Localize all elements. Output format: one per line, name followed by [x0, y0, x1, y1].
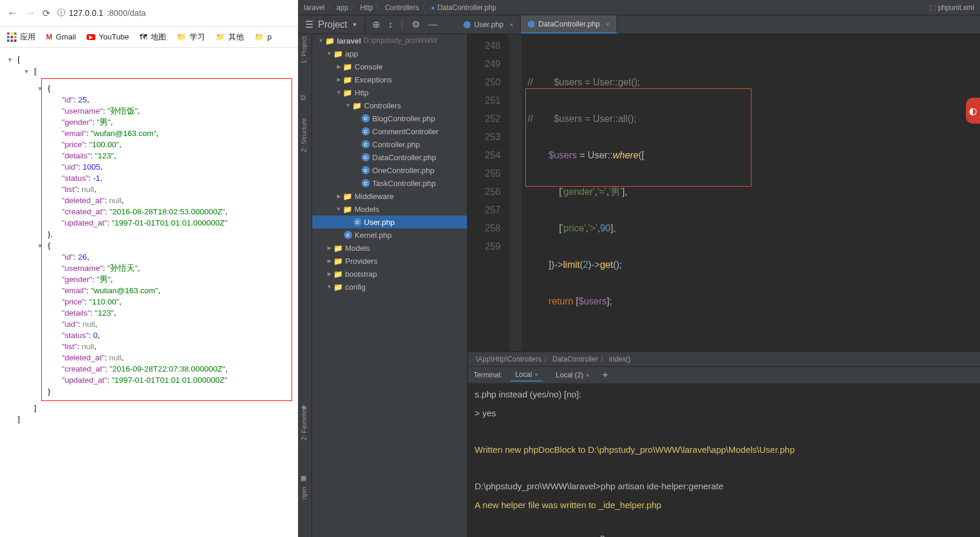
crumb-right[interactable]: ⬚phpunit.xml: [929, 4, 974, 12]
gmail-bookmark[interactable]: MGmail: [46, 32, 76, 41]
close-icon[interactable]: ×: [586, 372, 590, 379]
chevron-down-icon: ▼: [352, 22, 357, 28]
project-tree[interactable]: ▼📁laravelD:\phpstudy_pro\WWW ▼📁app ▶📁Con…: [312, 34, 468, 537]
close-icon[interactable]: ×: [606, 21, 610, 28]
terminal-tab-local[interactable]: Local×: [511, 369, 543, 382]
close-icon[interactable]: ×: [509, 21, 513, 28]
folder-icon: 📁: [254, 32, 264, 41]
terminal-title: Terminal:: [474, 371, 502, 379]
ide-panel: laravel〉app〉Http〉Controllers〉● DataContr…: [298, 0, 980, 537]
youtube-icon: ▶: [87, 34, 95, 40]
code-editor[interactable]: 248249250251252253254255256257258259 // …: [468, 34, 980, 352]
class-icon: [528, 21, 535, 28]
editor-area: 248249250251252253254255256257258259 // …: [468, 34, 980, 537]
more-bookmark[interactable]: 📁p: [254, 32, 272, 41]
browser-toolbar: ← → ⟳ ⓘ 127.0.0.1:8000/data: [0, 0, 298, 26]
ide-toolbar: ☰ Project ▼ ⊕ ↕ | ⚙ — User.php× DataCont…: [298, 15, 980, 34]
project-icon: ☰: [305, 19, 313, 30]
collapse-icon[interactable]: —: [428, 19, 438, 30]
folder-icon: 📁: [177, 32, 186, 41]
project-dropdown[interactable]: ☰ Project ▼: [298, 15, 365, 34]
address-bar[interactable]: ⓘ 127.0.0.1:8000/data: [57, 8, 146, 18]
terminal-body[interactable]: s.php instead (yes/no) [no]: > yes Writt…: [468, 383, 980, 537]
other-bookmark[interactable]: 📁其他: [216, 32, 244, 42]
maps-icon: 🗺: [140, 32, 147, 41]
sort-icon[interactable]: ↕: [388, 19, 393, 30]
class-icon: [463, 21, 471, 28]
browser-panel: ← → ⟳ ⓘ 127.0.0.1:8000/data 应用 MGmail ▶Y…: [0, 0, 298, 537]
gutter-structure[interactable]: Z: Structure: [300, 118, 307, 152]
reload-button[interactable]: ⟳: [42, 8, 50, 19]
youtube-bookmark[interactable]: ▶YouTube: [87, 32, 129, 41]
json-viewer: ▼[ ▼[ ▼{"id": 25,"username": "孙悟饭","gend…: [0, 48, 298, 537]
url-rest: :8000/data: [107, 8, 145, 18]
forward-button[interactable]: →: [25, 7, 35, 19]
gutter-project[interactable]: 1: Project: [300, 37, 307, 64]
editor-breadcrumb[interactable]: \App\Http\Controllers 〉 DataController 〉…: [468, 352, 980, 366]
gear-icon[interactable]: ⚙: [412, 19, 420, 30]
icon[interactable]: ⧉: [300, 93, 306, 102]
url-host: 127.0.0.1: [69, 8, 103, 18]
apps-button[interactable]: 应用: [7, 32, 35, 42]
code-highlight-box: [525, 88, 751, 187]
json-highlight-box: ▼{"id": 25,"username": "孙悟饭","gender": "…: [41, 78, 292, 401]
gutter-favorites[interactable]: 2: Favorites: [300, 407, 307, 440]
gmail-icon: M: [46, 32, 52, 41]
terminal-tabs: Terminal: Local× Local (2)× +: [468, 367, 980, 383]
back-button[interactable]: ←: [7, 7, 18, 19]
apps-icon: [7, 32, 16, 42]
chrome-icon: ◐: [966, 98, 980, 124]
close-icon[interactable]: ×: [534, 371, 538, 378]
tab-user[interactable]: User.php×: [456, 15, 521, 34]
line-gutter: 248249250251252253254255256257258259: [468, 34, 509, 352]
tab-datacontroller[interactable]: DataController.php×: [521, 15, 617, 34]
terminal-panel: Terminal: Local× Local (2)× + s.php inst…: [468, 366, 980, 537]
maps-bookmark[interactable]: 🗺地图: [140, 32, 166, 42]
ide-breadcrumbs: laravel〉app〉Http〉Controllers〉● DataContr…: [298, 0, 980, 15]
add-terminal-button[interactable]: +: [602, 370, 608, 380]
npm-icon[interactable]: ◼: [300, 473, 307, 482]
php-file-icon: ⬚: [929, 4, 936, 12]
marks-gutter: [509, 34, 522, 352]
study-bookmark[interactable]: 📁学习: [177, 32, 205, 42]
terminal-tab-local2[interactable]: Local (2)×: [551, 369, 594, 381]
editor-tabs: User.php× DataController.php×: [456, 15, 617, 34]
bookmarks-bar: 应用 MGmail ▶YouTube 🗺地图 📁学习 📁其他 📁p: [0, 26, 298, 48]
tree-item-selected[interactable]: CUser.php: [312, 216, 467, 228]
code-content[interactable]: // $users = User::get(); // $users = Use…: [522, 34, 980, 352]
gutter-npm[interactable]: npm: [300, 487, 307, 499]
left-gutter: 1: Project ⧉ Z: Structure ★ 2: Favorites…: [298, 34, 312, 537]
target-icon[interactable]: ⊕: [372, 19, 380, 30]
info-icon: ⓘ: [57, 8, 65, 18]
folder-icon: 📁: [216, 32, 225, 41]
